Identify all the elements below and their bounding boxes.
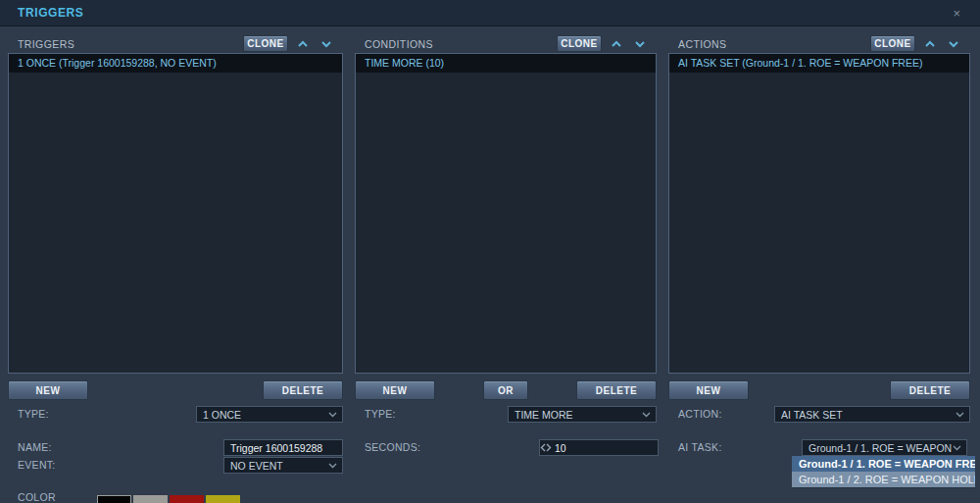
triggers-new-button[interactable]: NEW — [8, 380, 88, 400]
ai-task-dropdown-list: Ground-1 / 1. ROE = WEAPON FREE Ground-1… — [792, 456, 975, 488]
trigger-list-item[interactable]: 1 ONCE (Trigger 1600159288, NO EVENT) — [9, 54, 342, 73]
action-type-label: ACTION: — [678, 408, 722, 420]
triggers-move-down-button[interactable] — [318, 36, 335, 52]
conditions-delete-button[interactable]: DELETE — [576, 380, 657, 400]
actions-delete-button[interactable]: DELETE — [890, 380, 970, 400]
chevron-down-icon — [634, 40, 646, 48]
condition-seconds-label: SECONDS: — [365, 441, 420, 453]
chevron-down-icon — [328, 463, 337, 469]
actions-clone-button[interactable]: CLONE — [870, 35, 915, 52]
conditions-move-down-button[interactable] — [631, 36, 649, 52]
action-type-select[interactable]: AI TASK SET — [774, 406, 970, 423]
trigger-name-field-wrap — [223, 439, 343, 456]
condition-seconds-stepper — [539, 439, 659, 456]
trigger-event-select[interactable]: NO EVENT — [223, 457, 343, 474]
actions-header-row: ACTIONS CLONE — [668, 35, 970, 52]
triggers-clone-button[interactable]: CLONE — [243, 35, 288, 52]
actions-section-label: ACTIONS — [668, 38, 726, 50]
triggers-delete-button[interactable]: DELETE — [263, 380, 343, 400]
conditions-section-label: CONDITIONS — [355, 38, 433, 50]
triggers-column: TRIGGERS CLONE 1 ONCE (Trigger 160015928… — [8, 0, 343, 503]
ai-task-option-weapon-free[interactable]: Ground-1 / 1. ROE = WEAPON FREE — [792, 456, 975, 472]
chevron-down-icon — [320, 40, 332, 48]
conditions-move-up-button[interactable] — [608, 36, 625, 52]
chevron-down-icon — [328, 412, 337, 418]
chevron-down-icon — [948, 40, 959, 48]
conditions-new-button[interactable]: NEW — [355, 380, 435, 400]
triggers-move-up-button[interactable] — [294, 36, 312, 52]
chevron-up-icon — [924, 40, 936, 48]
triggers-section-label: TRIGGERS — [8, 38, 74, 50]
color-swatch-gray[interactable] — [133, 495, 168, 503]
trigger-type-label: TYPE: — [18, 408, 49, 420]
color-swatch-black[interactable] — [97, 495, 131, 503]
chevron-down-icon — [642, 412, 651, 418]
conditions-column: CONDITIONS CLONE TIME MORE (10) NEW OR D… — [355, 0, 657, 503]
trigger-name-input[interactable] — [224, 442, 342, 454]
ai-task-select[interactable]: Ground-1 / 1. ROE = WEAPON FI — [802, 439, 967, 456]
conditions-header-row: CONDITIONS CLONE — [355, 35, 657, 52]
actions-header-controls: CLONE — [870, 35, 962, 52]
trigger-color-label: COLOR — [18, 491, 56, 503]
condition-list-item[interactable]: TIME MORE (10) — [356, 54, 656, 73]
action-list-item[interactable]: AI TASK SET (Ground-1 / 1. ROE = WEAPON … — [669, 54, 969, 73]
actions-new-button[interactable]: NEW — [668, 380, 749, 400]
condition-type-select[interactable]: TIME MORE — [508, 406, 657, 423]
triggers-dialog: TRIGGERS × TRIGGERS CLONE 1 ONCE (Trigge… — [0, 0, 980, 503]
actions-move-down-button[interactable] — [945, 36, 962, 52]
condition-seconds-input[interactable] — [552, 442, 687, 454]
chevron-down-icon — [953, 445, 961, 451]
trigger-name-label: NAME: — [18, 441, 52, 453]
actions-move-up-button[interactable] — [921, 36, 939, 52]
conditions-list: TIME MORE (10) — [355, 53, 657, 374]
conditions-header-controls: CLONE — [557, 35, 649, 52]
triggers-header-controls: CLONE — [243, 35, 335, 52]
chevron-down-icon — [956, 412, 964, 418]
chevron-up-icon — [611, 40, 622, 48]
triggers-list: 1 ONCE (Trigger 1600159288, NO EVENT) — [8, 53, 343, 374]
conditions-or-button[interactable]: OR — [483, 380, 528, 400]
ai-task-label: AI TASK: — [678, 441, 722, 453]
chevron-up-icon — [297, 40, 309, 48]
conditions-clone-button[interactable]: CLONE — [557, 35, 602, 52]
condition-type-label: TYPE: — [365, 408, 396, 420]
actions-list: AI TASK SET (Ground-1 / 1. ROE = WEAPON … — [668, 53, 970, 374]
triggers-header-row: TRIGGERS CLONE — [8, 35, 343, 52]
trigger-event-label: EVENT: — [18, 459, 56, 471]
actions-column: ACTIONS CLONE AI TASK SET (Ground-1 / 1.… — [668, 0, 970, 503]
ai-task-option-weapon-hold[interactable]: Ground-1 / 2. ROE = WEAPON HOLD — [792, 472, 975, 487]
color-swatch-red[interactable] — [170, 495, 204, 503]
trigger-type-select[interactable]: 1 ONCE — [196, 406, 343, 423]
color-swatch-olive[interactable] — [206, 495, 240, 503]
